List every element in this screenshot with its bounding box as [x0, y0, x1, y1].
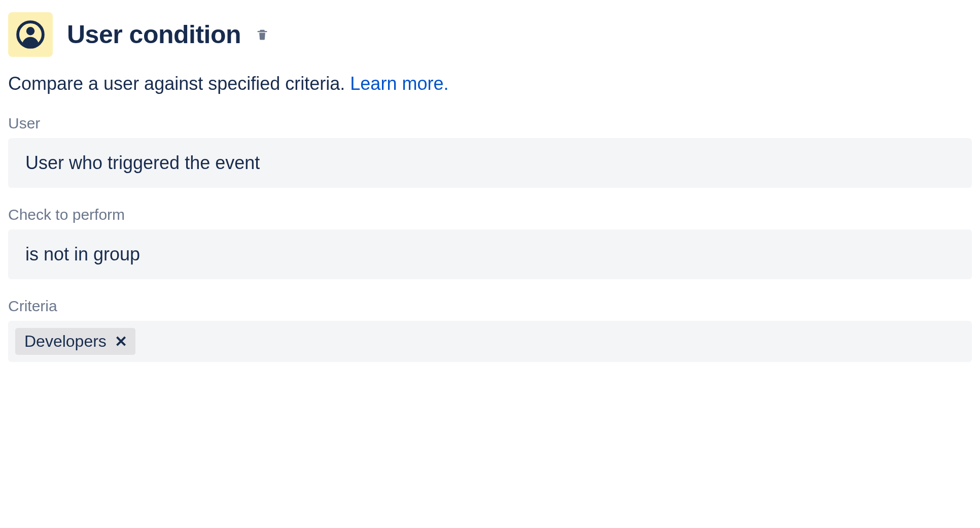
close-icon: ✕ — [115, 334, 127, 349]
check-field-label: Check to perform — [8, 206, 972, 223]
user-icon — [16, 20, 45, 49]
condition-title: User condition — [67, 20, 241, 49]
user-select[interactable]: User who triggered the event — [8, 138, 972, 188]
svg-point-1 — [26, 27, 34, 35]
criteria-field-label: Criteria — [8, 298, 972, 315]
check-select-value: is not in group — [25, 244, 140, 265]
user-field-group: User User who triggered the event — [8, 115, 972, 188]
criteria-tag-label: Developers — [24, 332, 107, 351]
tag-remove-button[interactable]: ✕ — [114, 333, 128, 350]
description-text: Compare a user against specified criteri… — [8, 73, 350, 94]
user-field-label: User — [8, 115, 972, 132]
criteria-field-group: Criteria Developers ✕ — [8, 298, 972, 362]
condition-description: Compare a user against specified criteri… — [8, 73, 972, 94]
check-select[interactable]: is not in group — [8, 229, 972, 279]
condition-header: User condition — [8, 12, 972, 57]
delete-button[interactable] — [252, 24, 272, 45]
learn-more-link[interactable]: Learn more. — [350, 73, 448, 94]
trash-icon — [255, 27, 269, 42]
check-field-group: Check to perform is not in group — [8, 206, 972, 279]
criteria-tag: Developers ✕ — [15, 328, 135, 355]
user-condition-icon-badge — [8, 12, 53, 57]
criteria-tag-input[interactable]: Developers ✕ — [8, 321, 972, 362]
user-select-value: User who triggered the event — [25, 152, 260, 173]
